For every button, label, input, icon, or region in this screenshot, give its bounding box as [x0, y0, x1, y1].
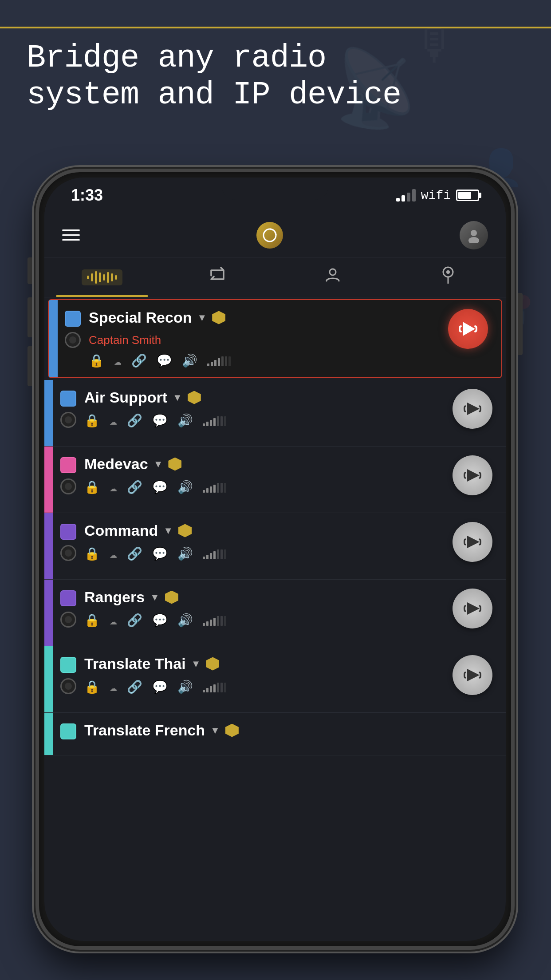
phone-frame: 1:33 wifi	[35, 169, 515, 950]
svg-marker-11	[467, 669, 480, 681]
svg-marker-9	[467, 536, 480, 548]
channel-list: Special Recon ▼ Captain Smith 🔒 ☁ 🔗	[44, 297, 506, 755]
ptt-button-special-recon[interactable]	[448, 309, 488, 349]
volume-bars	[203, 549, 226, 559]
channel-item-medevac[interactable]: Medevac ▼ 🔒 ☁ 🔗 💬 🔊	[44, 447, 506, 513]
channel-radio[interactable]	[60, 612, 76, 628]
channel-radio[interactable]	[65, 332, 81, 348]
person-icon	[325, 267, 341, 288]
channel-item-translate-french[interactable]: Translate French ▼	[44, 713, 506, 755]
channel-name-translate-french: Translate French ▼	[84, 722, 239, 739]
link-icon: 🔗	[127, 413, 142, 428]
volume-icon: 🔊	[182, 353, 197, 368]
svg-point-3	[330, 269, 336, 275]
channel-checkbox[interactable]	[60, 657, 76, 673]
gold-accent-line	[0, 27, 551, 28]
tab-location[interactable]	[390, 257, 506, 297]
channel-name-command: Command ▼	[84, 522, 192, 539]
lock-icon: 🔒	[89, 353, 104, 368]
volume-bars	[203, 682, 226, 692]
channel-name-rangers: Rangers ▼	[84, 589, 178, 606]
ptt-button-translate-thai[interactable]	[453, 655, 492, 695]
hero-line2: system and IP device	[27, 77, 401, 114]
volume-bars	[203, 415, 226, 426]
channel-checkbox[interactable]	[60, 723, 76, 739]
chat-icon: 💬	[157, 353, 172, 368]
cloud-icon: ☁	[114, 353, 122, 368]
svg-marker-8	[467, 469, 480, 482]
svg-point-1	[471, 230, 477, 236]
phone-button-power	[516, 293, 523, 355]
channel-checkbox[interactable]	[60, 524, 76, 540]
wifi-icon: wifi	[421, 189, 451, 202]
tab-channels[interactable]	[44, 257, 160, 297]
channel-radio[interactable]	[60, 412, 76, 428]
verified-badge	[212, 311, 225, 324]
phone-screen: 1:33 wifi	[44, 178, 506, 941]
channel-checkbox[interactable]	[60, 590, 76, 606]
svg-marker-6	[463, 322, 475, 336]
tab-repeat[interactable]	[160, 257, 275, 297]
nav-tabs	[44, 257, 506, 297]
app-header	[44, 213, 506, 257]
channel-radio[interactable]	[60, 478, 76, 494]
status-icons: wifi	[396, 189, 479, 202]
channel-item-air-support[interactable]: Air Support ▼ 🔒 ☁ 🔗 💬 🔊	[44, 380, 506, 447]
link-icon: 🔗	[131, 353, 147, 368]
phone-notch	[222, 178, 328, 200]
phone-button-mute	[28, 257, 34, 284]
channel-name-special-recon: Special Recon ▼	[89, 309, 225, 326]
status-time: 1:33	[71, 186, 103, 205]
channel-name-translate-thai: Translate Thai ▼	[84, 655, 219, 672]
app-logo	[256, 222, 283, 249]
hero-line1: Bridge any radio	[27, 40, 401, 77]
ptt-button-command[interactable]	[453, 522, 492, 562]
channel-sub-text: Captain Smith	[89, 333, 444, 347]
channel-checkbox[interactable]	[60, 391, 76, 407]
ptt-button-air-support[interactable]	[453, 389, 492, 429]
ptt-button-medevac[interactable]	[453, 455, 492, 495]
channel-name-medevac: Medevac ▼	[84, 455, 181, 473]
channel-name-air-support: Air Support ▼	[84, 389, 201, 406]
hero-text: Bridge any radio system and IP device	[27, 40, 401, 114]
channel-item-command[interactable]: Command ▼ 🔒 ☁ 🔗 💬 🔊	[44, 513, 506, 580]
cloud-icon: ☁	[110, 413, 117, 428]
battery-icon	[456, 190, 479, 201]
volume-bars	[203, 615, 226, 626]
chat-icon: 💬	[152, 413, 168, 428]
channel-item-translate-thai[interactable]: Translate Thai ▼ 🔒 ☁ 🔗 💬 🔊	[44, 646, 506, 713]
phone-button-volume-up	[28, 297, 34, 337]
volume-bars	[207, 356, 231, 366]
lock-icon: 🔒	[84, 413, 100, 428]
logo-icon	[256, 222, 283, 249]
volume-icon: 🔊	[177, 413, 193, 428]
channel-item-special-recon[interactable]: Special Recon ▼ Captain Smith 🔒 ☁ 🔗	[48, 299, 502, 378]
chevron-icon: ▼	[197, 312, 207, 324]
repeat-icon	[209, 267, 226, 288]
location-icon	[441, 266, 455, 288]
svg-point-5	[446, 270, 450, 274]
user-avatar[interactable]	[460, 221, 488, 249]
signal-icon	[396, 189, 416, 202]
tab-contacts[interactable]	[275, 257, 390, 297]
ptt-button-rangers[interactable]	[453, 589, 492, 628]
phone-button-volume-down	[28, 346, 34, 386]
channel-radio[interactable]	[60, 545, 76, 561]
channel-radio[interactable]	[60, 678, 76, 694]
channel-checkbox[interactable]	[60, 457, 76, 473]
waveform-icon	[82, 269, 122, 285]
svg-marker-7	[467, 403, 480, 415]
menu-button[interactable]	[62, 229, 80, 241]
svg-point-2	[468, 237, 479, 243]
channel-checkbox[interactable]	[65, 311, 81, 327]
svg-marker-10	[467, 602, 480, 615]
channel-item-rangers[interactable]: Rangers ▼ 🔒 ☁ 🔗 💬 🔊	[44, 580, 506, 646]
volume-bars	[203, 482, 226, 493]
phone-mockup: 1:33 wifi	[35, 169, 515, 950]
